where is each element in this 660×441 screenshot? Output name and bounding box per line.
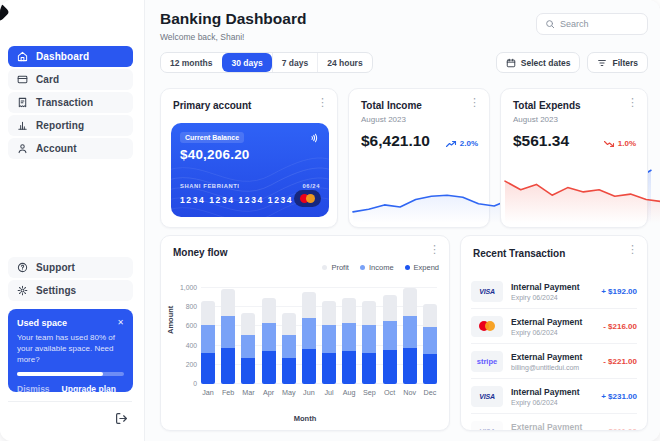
legend-item-expend[interactable]: Expend	[405, 263, 439, 272]
money-flow-legend: ProfitIncomeExpend	[322, 263, 439, 272]
transaction-amount: - $216.00	[603, 322, 637, 331]
transaction-row[interactable]: VISA External Payment Expiry 06/2024 - $…	[471, 414, 637, 431]
sidebar-divider	[8, 401, 132, 402]
change-value: 2.0%	[460, 139, 478, 148]
sidebar-item-reporting[interactable]: Reporting	[8, 115, 133, 136]
sidebar-item-settings[interactable]: Settings	[8, 280, 133, 301]
kebab-menu-icon[interactable]: ⋮	[627, 244, 638, 255]
bar-segment-income	[241, 335, 255, 358]
balance-value: $40,206.20	[180, 147, 250, 162]
card-title: Total Income	[361, 100, 422, 111]
bar-segment-profit	[423, 304, 437, 328]
sidebar-item-dashboard[interactable]: Dashboard	[8, 46, 133, 67]
bar-segment-profit	[241, 313, 255, 334]
legend-item-profit[interactable]: Profit	[322, 263, 349, 272]
main-content: Banking Dashboard Welcome back, Shani! 1…	[145, 0, 660, 441]
legend-item-income[interactable]: Income	[360, 263, 394, 272]
bar-apr[interactable]: Apr	[262, 288, 276, 384]
banking-dashboard-app: Dashboard Card Transaction Reporting Acc…	[0, 0, 660, 441]
used-space-progress-track	[17, 372, 124, 376]
bar-segment-expend	[362, 353, 376, 384]
search-input[interactable]	[560, 19, 630, 29]
visa-icon: VISA	[471, 281, 503, 302]
transaction-row[interactable]: VISA Internal Payment Expiry 06/2024 + $…	[471, 274, 637, 309]
transaction-row[interactable]: External Payment Expiry 06/2024 - $216.0…	[471, 309, 637, 344]
kebab-menu-icon[interactable]: ⋮	[469, 97, 480, 108]
logout-icon	[115, 412, 128, 425]
bar-segment-profit	[403, 288, 417, 315]
tab-30-days[interactable]: 30 days	[222, 53, 272, 72]
bar-segment-expend	[282, 358, 296, 384]
close-icon[interactable]: ✕	[117, 319, 124, 327]
select-dates-button[interactable]: Select dates	[496, 52, 581, 73]
used-space-card: Used space ✕ Your team has used 80% of y…	[8, 309, 133, 392]
mastercard-icon	[294, 190, 321, 207]
bar-dec[interactable]: Dec	[423, 288, 437, 384]
transaction-subtitle: billing@untitledui.com	[511, 364, 595, 371]
bar-aug[interactable]: Aug	[342, 288, 356, 384]
filters-label: Filters	[612, 58, 638, 68]
bar-segment-profit	[322, 301, 336, 325]
sidebar-item-transaction[interactable]: Transaction	[8, 92, 133, 113]
sidebar-item-support[interactable]: Support	[8, 257, 133, 278]
x-tick-label: Dec	[423, 388, 436, 397]
dismiss-link[interactable]: Dismiss	[17, 384, 50, 394]
transaction-amount: - $221.00	[603, 357, 637, 366]
bar-jul[interactable]: Jul	[322, 288, 336, 384]
upgrade-plan-link[interactable]: Upgrade plan	[62, 384, 116, 394]
trend-down-icon	[604, 140, 615, 148]
bar-jun[interactable]: Jun	[302, 288, 316, 384]
bar-segment-profit	[201, 301, 215, 325]
bar-may[interactable]: May	[282, 288, 296, 384]
bar-nov[interactable]: Nov	[403, 288, 417, 384]
kebab-menu-icon[interactable]: ⋮	[429, 244, 440, 255]
bar-segment-expend	[342, 351, 356, 384]
bar-jan[interactable]: Jan	[201, 288, 215, 384]
tab-12-months[interactable]: 12 months	[161, 53, 222, 72]
transaction-row[interactable]: VISA Internal Payment Expiry 06/2024 + $…	[471, 379, 637, 414]
search-box[interactable]	[536, 13, 648, 35]
x-tick-label: Feb	[222, 388, 234, 397]
sidebar-item-label: Settings	[36, 285, 76, 296]
tab-7-days[interactable]: 7 days	[272, 53, 317, 72]
transaction-subtitle: Expiry 06/2024	[511, 294, 593, 301]
bar-oct[interactable]: Oct	[383, 288, 397, 384]
gear-icon	[17, 285, 28, 296]
bar-segment-income	[362, 325, 376, 352]
help-icon	[17, 262, 28, 273]
kebab-menu-icon[interactable]: ⋮	[627, 97, 638, 108]
y-tick-label: 600	[169, 322, 197, 329]
tab-24-hours[interactable]: 24 hours	[317, 53, 371, 72]
credit-card[interactable]: Current Balance $40,206.20 SHANI FEBRIAN…	[171, 123, 329, 217]
visa-icon: VISA	[471, 386, 503, 407]
sidebar-item-card[interactable]: Card	[8, 69, 133, 90]
sidebar-item-label: Card	[36, 74, 59, 85]
legend-dot	[405, 265, 410, 270]
bar-sep[interactable]: Sep	[362, 288, 376, 384]
bar-mar[interactable]: Mar	[241, 288, 255, 384]
transaction-subtitle: Expiry 06/2024	[511, 399, 593, 406]
transaction-row[interactable]: stripe External Payment billing@untitled…	[471, 344, 637, 379]
stat-period: August 2023	[361, 115, 406, 124]
total-income-card: Total Income ⋮ August 2023 $6,421.10 2.0…	[348, 88, 490, 228]
sidebar-item-label: Reporting	[36, 120, 84, 131]
bar-segment-expend	[322, 353, 336, 384]
transaction-amount: + $192.00	[601, 287, 637, 296]
filters-button[interactable]: Filters	[587, 52, 648, 73]
logout-button[interactable]	[112, 409, 130, 427]
kebab-menu-icon[interactable]: ⋮	[317, 97, 328, 108]
bar-segment-expend	[403, 348, 417, 384]
page-subtitle: Welcome back, Shani!	[160, 32, 244, 42]
select-dates-label: Select dates	[521, 58, 571, 68]
search-icon	[545, 19, 555, 29]
stat-amount: $561.34	[513, 132, 569, 150]
card-expiry: 06/24	[302, 183, 320, 189]
y-tick-label: 1,000	[169, 284, 197, 291]
y-tick-label: 200	[169, 361, 197, 368]
bar-feb[interactable]: Feb	[221, 288, 235, 384]
x-tick-label: Oct	[384, 388, 395, 397]
used-space-title: Used space	[17, 318, 67, 328]
sidebar-item-account[interactable]: Account	[8, 138, 133, 159]
bar-segment-expend	[221, 348, 235, 384]
sidebar: Dashboard Card Transaction Reporting Acc…	[0, 0, 145, 441]
